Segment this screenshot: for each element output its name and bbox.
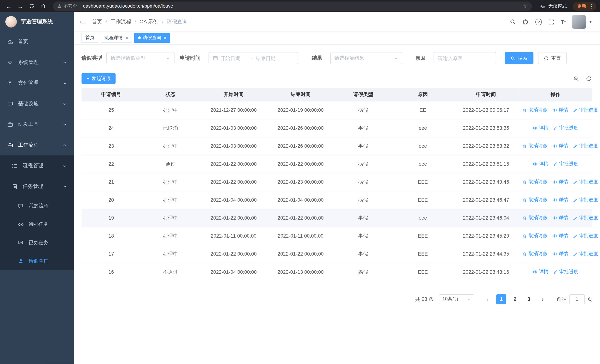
tab-process-detail[interactable]: 流程详情 × — [101, 33, 132, 43]
approval-progress-link[interactable]: 审批进度 — [573, 143, 598, 149]
security-chip[interactable]: ⚠ 不安全 — [57, 3, 77, 9]
user-avatar[interactable] — [572, 15, 586, 29]
detail-link[interactable]: 详情 — [552, 233, 568, 239]
address-bar[interactable]: ⚠ 不安全 dashboard.yudao.iocoder.cn/bpm/oa/… — [53, 1, 532, 11]
approval-progress-link[interactable]: 审批进度 — [553, 161, 578, 167]
page-button-2[interactable]: 2 — [510, 294, 520, 304]
help-icon[interactable]: ? — [535, 19, 542, 25]
cancel-leave-link[interactable]: 取消请假 — [522, 233, 548, 239]
browser-menu-icon[interactable]: ⋮ — [589, 3, 594, 9]
tags-view-bar: 首页 流程详情 × 请假查询 × — [74, 31, 600, 44]
page-button-1[interactable]: 1 — [496, 294, 506, 304]
total-count: 共 23 条 — [415, 296, 433, 302]
cancel-leave-link[interactable]: 取消请假 — [522, 197, 548, 203]
sidebar-item-payment[interactable]: ¥ 支付管理 — [0, 73, 74, 93]
detail-link[interactable]: 详情 — [533, 125, 549, 131]
sidebar-item-task-management[interactable]: 任务管理 — [0, 176, 74, 197]
cancel-leave-link[interactable]: 取消请假 — [522, 251, 548, 257]
detail-link[interactable]: 详情 — [552, 142, 568, 149]
collapse-sidebar-icon[interactable] — [80, 19, 86, 25]
leave-type-select[interactable]: 请选择请假类型 — [106, 52, 175, 64]
search-icon[interactable] — [510, 19, 516, 25]
cell-end-time: 2022-01-22 00:00:00 — [267, 209, 334, 227]
cancel-leave-link[interactable]: 取消请假 — [522, 143, 548, 149]
sidebar-item-process-management[interactable]: 流程管理 — [0, 155, 74, 176]
cell-start-time: 2022-01-03 00:00:00 — [200, 119, 267, 137]
app-logo[interactable]: 芋道管理系统 — [0, 12, 74, 31]
prev-page-button[interactable]: ‹ — [483, 294, 493, 304]
sidebar-item-rd-tools[interactable]: 研发工具 — [0, 114, 74, 135]
font-size-icon[interactable]: TT — [561, 19, 566, 25]
detail-link[interactable]: 详情 — [533, 269, 549, 275]
page-size-select[interactable]: 10条/页 — [439, 294, 474, 304]
cancel-leave-link[interactable]: 取消请假 — [522, 179, 548, 185]
page-button-3[interactable]: 3 — [524, 294, 534, 304]
detail-link[interactable]: 详情 — [552, 215, 568, 221]
approval-progress-link[interactable]: 审批进度 — [553, 125, 578, 131]
detail-link[interactable]: 详情 — [552, 196, 568, 203]
cell-apply-time: 2022-01-22 23:51:15 — [453, 155, 518, 173]
detail-link[interactable]: 详情 — [552, 178, 568, 185]
tab-leave-query[interactable]: 请假查询 × — [134, 33, 170, 43]
breadcrumb-home[interactable]: 首页 — [92, 18, 102, 25]
edit-icon — [573, 216, 577, 220]
home-icon[interactable] — [38, 1, 48, 11]
approval-progress-link[interactable]: 审批进度 — [573, 179, 598, 185]
cancel-leave-link[interactable]: 取消请假 — [522, 107, 548, 113]
close-icon[interactable]: × — [125, 35, 128, 40]
sidebar-item-system[interactable]: ⚙ 系统管理 — [0, 52, 74, 73]
table-row: 18处理中2022-01-11 00:00:002022-01-11 00:00… — [82, 227, 592, 245]
column-header: 结束时间 — [267, 88, 334, 101]
reset-button[interactable]: 重置 — [538, 52, 567, 64]
approval-progress-link[interactable]: 审批进度 — [573, 251, 598, 257]
toggle-search-icon[interactable] — [573, 76, 579, 81]
fullscreen-icon[interactable] — [548, 19, 554, 25]
approval-progress-link[interactable]: 审批进度 — [573, 215, 598, 221]
sidebar-item-done-tasks[interactable]: 已办任务 — [0, 233, 74, 252]
bookmark-star-icon[interactable]: ☆ — [523, 3, 527, 9]
edit-icon — [573, 108, 577, 112]
breadcrumb-oa-example[interactable]: OA 示例 — [140, 18, 159, 25]
sidebar-item-my-process[interactable]: 我的流程 — [0, 197, 74, 215]
refresh-table-icon[interactable] — [586, 76, 592, 81]
detail-link[interactable]: 详情 — [552, 251, 568, 257]
forward-icon[interactable]: → — [15, 1, 25, 11]
apply-time-range-picker[interactable]: - — [208, 52, 298, 64]
update-button[interactable]: 更新 ⋮ — [573, 2, 596, 10]
cell-id: 16 — [82, 263, 141, 281]
update-label: 更新 — [577, 3, 586, 9]
payment-icon: ¥ — [7, 80, 13, 86]
reload-icon[interactable] — [27, 1, 37, 11]
cancel-leave-link[interactable]: 取消请假 — [522, 215, 548, 221]
approval-progress-link[interactable]: 审批进度 — [553, 269, 578, 275]
create-leave-button[interactable]: + 发起请假 — [82, 73, 116, 84]
sidebar-item-home[interactable]: 首页 — [0, 31, 74, 52]
chevron-down-icon — [166, 56, 170, 60]
github-icon[interactable] — [522, 19, 529, 25]
chat-icon — [18, 203, 24, 209]
detail-link[interactable]: 详情 — [552, 107, 568, 113]
goto-page-input[interactable] — [569, 294, 585, 304]
next-page-button[interactable]: › — [538, 294, 548, 304]
sidebar-item-todo-tasks[interactable]: 待办任务 — [0, 215, 74, 233]
start-date-input[interactable] — [220, 55, 248, 61]
tab-home[interactable]: 首页 — [82, 33, 98, 43]
back-icon[interactable]: ← — [4, 1, 14, 11]
breadcrumb-workflow[interactable]: 工作流程 — [111, 18, 131, 25]
sidebar-item-infrastructure[interactable]: 基础设施 — [0, 93, 74, 114]
caret-down-icon[interactable]: ▾ — [590, 19, 591, 24]
search-button[interactable]: 搜索 — [505, 52, 534, 64]
reason-input[interactable] — [438, 55, 492, 61]
end-date-input[interactable] — [256, 55, 283, 61]
sidebar-item-leave-query[interactable]: 请假查询 — [0, 252, 74, 270]
close-icon[interactable]: × — [164, 35, 166, 40]
result-select[interactable]: 请选择流结果 — [330, 52, 402, 64]
approval-progress-link[interactable]: 审批进度 — [573, 233, 598, 239]
cell-end-time: 2022-01-26 00:00:00 — [267, 119, 334, 137]
trash-icon — [522, 198, 527, 202]
table-row: 20处理中2022-01-04 00:00:002022-01-04 00:00… — [82, 191, 592, 209]
sidebar-item-workflow[interactable]: 工作流程 — [0, 135, 74, 156]
detail-link[interactable]: 详情 — [533, 160, 549, 167]
approval-progress-link[interactable]: 审批进度 — [573, 197, 598, 203]
approval-progress-link[interactable]: 审批进度 — [573, 107, 598, 113]
